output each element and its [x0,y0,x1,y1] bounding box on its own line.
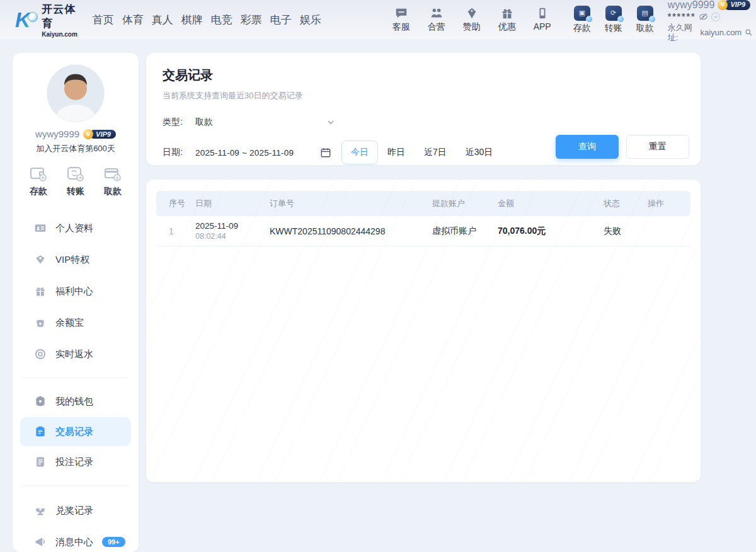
vip-emblem-icon: V [83,129,93,139]
id-card-icon [34,222,47,234]
date-label: 日期: [163,147,195,158]
promotions-link[interactable]: 优惠 [495,6,519,33]
sidebar-item-rebate[interactable]: 实时返水 [13,338,139,370]
nav-home[interactable]: 首页 [93,13,114,27]
sidebar-item-yuebao[interactable]: 余额宝 [13,307,139,338]
deposit-wallet-icon [29,166,48,182]
football-icon [28,12,38,22]
range-30days-button[interactable]: 近30日 [456,141,503,164]
search-button[interactable]: 查询 [556,135,619,159]
reset-button[interactable]: 重置 [626,135,689,159]
sidebar-item-welfare[interactable]: 福利中心 [13,275,139,307]
partners-icon [430,6,444,20]
sidebar-item-vip[interactable]: VIP特权 [13,244,139,275]
nav-chess[interactable]: 棋牌 [181,13,203,27]
gift-icon [500,6,514,20]
transfer-arrows-icon [66,166,85,182]
brand-name-cn: 开云体育 [42,2,81,31]
nav-entertainment[interactable]: 娱乐 [300,13,321,27]
eye-off-icon[interactable] [699,12,708,21]
withdraw-link[interactable]: ▤ 取款 [634,6,656,34]
header-wallet-links: ▣ 存款 ⟳ 转账 ▤ 取款 [571,6,656,34]
type-select[interactable]: 取款 [195,113,335,132]
col-account: 提款账户 [432,198,498,209]
wallet-icon [34,395,47,408]
user-info-block: wywy9999 V VIP9 ****** 永久网址: kaiyun.com [668,0,756,43]
filter-panel: 交易记录 当前系统支持查询最近30日的交易记录 类型: 取款 日期: 2025-… [146,53,701,165]
phone-icon [536,6,549,20]
logo-icon: K [15,7,39,32]
calendar-icon [320,147,331,158]
diamond-icon [465,6,479,20]
site-logo[interactable]: K 开云体育 Kaiyun.com [15,2,81,38]
range-today-button[interactable]: 今日 [341,141,378,164]
cell-time-value: 08:02:44 [195,232,270,241]
prize-record-icon [34,504,47,517]
app-download-link[interactable]: APP [530,6,554,33]
nav-live[interactable]: 真人 [152,13,173,27]
partners-link[interactable]: 合营 [425,6,449,33]
vip-gem-icon [34,253,47,266]
transfer-icon: ⟳ [605,6,622,21]
table-row: 1 2025-11-09 08:02:44 KWWT20251109080244… [156,216,690,246]
sidebar-withdraw-button[interactable]: 取款 [103,166,122,197]
sidebar-item-bets[interactable]: 投注记录 [13,446,139,478]
sidebar-item-prizes[interactable]: 兑奖记录 [13,495,139,526]
cell-index: 1 [169,226,195,236]
customer-service-link[interactable]: 客服 [389,6,413,33]
deposit-icon: ▣ [574,6,590,21]
sidebar-transfer-button[interactable]: 转账 [66,166,85,197]
nav-lottery[interactable]: 彩票 [241,13,262,27]
masked-balance: ****** [668,11,696,23]
message-icon [34,536,47,548]
main-nav: 首页 体育 真人 棋牌 电竞 彩票 电子 娱乐 [93,13,321,27]
welfare-icon [34,285,47,297]
transaction-record-icon [34,425,47,438]
balance-pot-icon [34,316,47,329]
top-navbar: K 开云体育 Kaiyun.com 首页 体育 真人 棋牌 电竞 彩票 电子 娱… [0,0,756,39]
deposit-link[interactable]: ▣ 存款 [571,6,593,34]
quick-range-group: 今日 昨日 近7日 近30日 [341,141,502,164]
col-action: 操作 [648,198,678,209]
range-yesterday-button[interactable]: 昨日 [378,141,415,164]
page-subtitle: 当前系统支持查询最近30日的交易记录 [163,90,684,101]
permanent-url-label: 永久网址: [668,23,697,43]
chevron-down-icon [713,14,718,20]
sidebar-item-messages[interactable]: 消息中心 99+ [13,526,139,552]
date-range-value: 2025-11-09 ~ 2025-11-09 [195,148,294,158]
transfer-link[interactable]: ⟳ 转账 [602,6,625,34]
sidebar-avatar[interactable] [47,64,105,122]
sponsor-link[interactable]: 赞助 [460,6,484,33]
nav-slots[interactable]: 电子 [270,13,292,27]
nav-esports[interactable]: 电竞 [211,13,232,27]
date-range-input[interactable]: 2025-11-09 ~ 2025-11-09 [195,141,335,164]
sidebar-username: wywy9999 [35,129,79,139]
page: K 开云体育 Kaiyun.com 首页 体育 真人 棋牌 电竞 彩票 电子 娱… [0,0,756,552]
sidebar-divider [23,485,129,486]
vip-level-label: VIP9 [89,130,116,139]
sidebar-item-wallet[interactable]: 我的钱包 [13,386,139,417]
sidebar-vip-badge: V VIP9 [83,129,116,139]
col-status: 状态 [604,198,648,209]
cell-order-no: KWWT202511090802444298 [270,226,432,236]
withdraw-card-icon [103,166,122,182]
header-quick-links: 客服 合营 赞助 优惠 APP [389,6,554,33]
sidebar-item-transactions[interactable]: 交易记录 [20,417,131,446]
chat-icon [394,6,408,20]
user-dropdown-toggle[interactable] [711,13,720,21]
sidebar-item-profile[interactable]: 个人资料 [13,212,139,244]
cell-status: 失败 [604,226,648,237]
type-label: 类型: [163,117,195,128]
rebate-icon [34,348,47,360]
sidebar-divider [23,377,129,378]
permanent-url-value[interactable]: kaiyun.com [700,28,742,38]
search-icon[interactable] [745,28,753,37]
vip-badge: V VIP9 [718,0,750,10]
membership-days-text: 加入开云体育第600天 [13,143,139,154]
page-title: 交易记录 [163,67,684,84]
nav-sports[interactable]: 体育 [122,13,144,27]
range-7days-button[interactable]: 近7日 [415,141,456,164]
sidebar-avatar-image [47,65,104,122]
username: wywy9999 [668,0,715,11]
sidebar-deposit-button[interactable]: 存款 [29,166,48,197]
